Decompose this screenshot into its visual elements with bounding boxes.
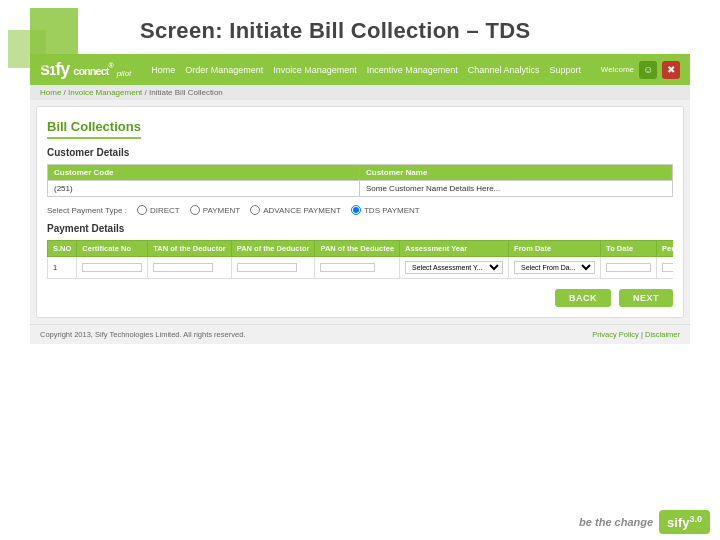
customer-name-header: Customer Name xyxy=(360,165,672,180)
footer-privacy[interactable]: Privacy Policy xyxy=(592,330,639,339)
to-date-input[interactable] xyxy=(606,263,651,272)
content-area: Bill Collections Customer Details Custom… xyxy=(36,106,684,318)
nav-home[interactable]: Home xyxy=(151,65,175,75)
payment-details-table: S.NO Certificate No TAN of the Deductor … xyxy=(47,240,673,279)
row-pan-deductor xyxy=(231,257,315,279)
payment-option-advance[interactable]: ADVANCE PAYMENT xyxy=(250,205,341,215)
col-certificate-no: Certificate No xyxy=(77,241,148,257)
welcome-text: Welcome xyxy=(601,65,634,74)
row-tan xyxy=(148,257,231,279)
nav-support[interactable]: Support xyxy=(549,65,581,75)
back-button[interactable]: BACK xyxy=(555,289,611,307)
payment-option-direct[interactable]: DIRECT xyxy=(137,205,180,215)
nav-channel-analytics[interactable]: Channel Analytics xyxy=(468,65,540,75)
nav-incentive-management[interactable]: Incentive Management xyxy=(367,65,458,75)
row-to-date xyxy=(601,257,657,279)
col-pan-deductor: PAN of the Deductor xyxy=(231,241,315,257)
tagline: be the change xyxy=(579,516,653,528)
nav-order-management[interactable]: Order Management xyxy=(185,65,263,75)
from-date-select[interactable]: Select From Da... xyxy=(514,261,595,274)
assessment-year-select[interactable]: Select Assessment Y... xyxy=(405,261,503,274)
button-row: BACK NEXT xyxy=(47,289,673,307)
main-wrapper: s1fy connect® pilot Home Order Managemen… xyxy=(30,54,690,344)
next-button[interactable]: NEXT xyxy=(619,289,673,307)
decorative-squares xyxy=(0,0,120,90)
customer-details-grid: Customer Code Customer Name (251) Some C… xyxy=(47,164,673,197)
row-certificate-no xyxy=(77,257,148,279)
row-assessment-year: Select Assessment Y... xyxy=(400,257,509,279)
pan-deductee-input[interactable] xyxy=(320,263,375,272)
section-title: Bill Collections xyxy=(47,119,141,139)
customer-code-header: Customer Code xyxy=(48,165,360,180)
table-row: 1 Select Assessment Y... Select xyxy=(48,257,674,279)
bottom-brand: be the change sify3.0 xyxy=(579,510,710,534)
breadcrumb-current: Initiate Bill Collection xyxy=(149,88,223,97)
payment-option-tds[interactable]: TDS PAYMENT xyxy=(351,205,420,215)
col-period: Period / Quarters xyxy=(657,241,673,257)
payment-option-payment[interactable]: PAYMENT xyxy=(190,205,240,215)
payment-type-label: Select Payment Type : xyxy=(47,206,127,215)
footer: Copyright 2013, Sify Technologies Limite… xyxy=(30,324,690,344)
customer-code-value: (251) xyxy=(48,180,360,196)
nav-links: Home Order Management Invoice Management… xyxy=(151,65,581,75)
row-from-date: Select From Da... xyxy=(509,257,601,279)
col-from-date: From Date xyxy=(509,241,601,257)
footer-links: Privacy Policy | Disclaimer xyxy=(592,330,680,339)
certificate-no-input[interactable] xyxy=(82,263,142,272)
col-to-date: To Date xyxy=(601,241,657,257)
nav-icon-group: Welcome ☺ ✖ xyxy=(601,61,680,79)
col-sno: S.NO xyxy=(48,241,77,257)
pan-deductor-input[interactable] xyxy=(237,263,297,272)
tan-input[interactable] xyxy=(153,263,213,272)
col-tan: TAN of the Deductor xyxy=(148,241,231,257)
customer-name-value: Some Customer Name Details Here... xyxy=(360,180,672,196)
payment-type-row: Select Payment Type : DIRECT PAYMENT ADV… xyxy=(47,205,673,215)
customer-section-title: Customer Details xyxy=(47,147,673,158)
profile-icon[interactable]: ☺ xyxy=(639,61,657,79)
nav-invoice-management[interactable]: Invoice Management xyxy=(273,65,357,75)
payment-details-table-container: S.NO Certificate No TAN of the Deductor … xyxy=(47,240,673,279)
period-input[interactable] xyxy=(662,263,673,272)
row-pan-deductee xyxy=(315,257,400,279)
col-assessment-year: Assessment Year xyxy=(400,241,509,257)
row-period xyxy=(657,257,673,279)
logout-icon[interactable]: ✖ xyxy=(662,61,680,79)
page-title: Screen: Initiate Bill Collection – TDS xyxy=(140,18,690,44)
footer-copyright: Copyright 2013, Sify Technologies Limite… xyxy=(40,330,245,339)
col-pan-deductee: PAN of the Deductee xyxy=(315,241,400,257)
sify-logo: sify3.0 xyxy=(659,510,710,534)
payment-section-title: Payment Details xyxy=(47,223,673,234)
breadcrumb: Home / Invoice Management / Initiate Bil… xyxy=(30,85,690,100)
navbar: s1fy connect® pilot Home Order Managemen… xyxy=(30,54,690,85)
row-sno: 1 xyxy=(48,257,77,279)
footer-disclaimer[interactable]: Disclaimer xyxy=(645,330,680,339)
